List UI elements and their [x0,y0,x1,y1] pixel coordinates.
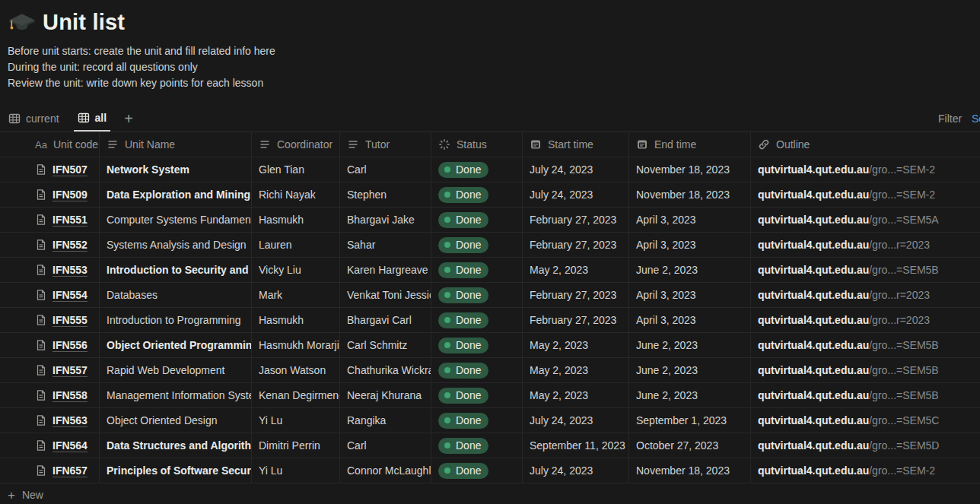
unit-code-cell[interactable]: IFN551 [0,208,100,232]
page-description[interactable]: Before unit starts: create the unit and … [8,43,980,91]
coordinator-cell[interactable]: Hasmukh [252,308,340,332]
new-row-button[interactable]: + New [0,483,980,504]
status-cell[interactable]: Done [431,233,523,257]
unit-name-cell[interactable]: Object Oriented Design [100,408,252,433]
outline-link[interactable]: qutvirtual4.qut.edu.au/gro...=SEM5B [758,364,939,376]
sort-button[interactable]: Sort [972,106,980,131]
unit-code-cell[interactable]: IFN507 [0,157,100,182]
tutor-cell[interactable]: Bhargavi Carl [340,308,431,332]
tutor-cell[interactable]: Bhargavi Jake [340,208,431,232]
start-time-cell[interactable]: May 2, 2023 [523,383,629,407]
coordinator-cell[interactable]: Kenan Degirmenci [252,383,340,407]
status-cell[interactable]: Done [431,458,523,483]
start-time-cell[interactable]: July 24, 2023 [523,458,629,483]
status-cell[interactable]: Done [431,283,523,307]
coordinator-cell[interactable]: Richi Nayak [252,182,340,207]
column-header-unit-code[interactable]: Aa Unit code [0,132,100,157]
unit-code-cell[interactable]: IFN555 [0,308,100,332]
outline-link[interactable]: qutvirtual4.qut.edu.au/gro...=SEM5B [758,339,939,351]
unit-code-cell[interactable]: IFN554 [0,283,100,307]
unit-name-cell[interactable]: Data Exploration and Mining [100,182,252,207]
outline-link[interactable]: qutvirtual4.qut.edu.au/gro...=SEM5B [758,389,939,401]
status-cell[interactable]: Done [431,333,523,357]
start-time-cell[interactable]: February 27, 2023 [523,283,629,307]
outline-link[interactable]: qutvirtual4.qut.edu.au/gro...=SEM-2 [758,163,935,176]
page-title[interactable]: Unit list [43,10,125,35]
unit-code-cell[interactable]: IFN657 [0,458,100,483]
outline-link[interactable]: qutvirtual4.qut.edu.au/gro...r=2023 [758,314,930,326]
end-time-cell[interactable]: November 18, 2023 [629,182,751,207]
unit-code-cell[interactable]: IFN509 [0,182,100,207]
tab-current[interactable]: current [5,106,63,132]
start-time-cell[interactable]: February 27, 2023 [523,208,629,232]
tutor-cell[interactable]: Rangika [340,408,431,433]
status-cell[interactable]: Done [431,157,523,182]
tutor-cell[interactable]: Carl Schmitz [340,333,431,357]
unit-code-cell[interactable]: IFN557 [0,358,100,382]
add-view-button[interactable]: + [121,106,136,132]
coordinator-cell[interactable]: Dimitri Perrin [252,433,340,458]
filter-button[interactable]: Filter [938,106,962,131]
unit-code-cell[interactable]: IFN558 [0,383,100,407]
status-cell[interactable]: Done [431,308,523,332]
outline-link[interactable]: qutvirtual4.qut.edu.au/gro...=SEM5B [758,264,939,276]
outline-cell[interactable]: qutvirtual4.qut.edu.au/gro...=SEM-2 [751,157,980,182]
outline-cell[interactable]: qutvirtual4.qut.edu.au/gro...=SEM5B [751,358,980,382]
end-time-cell[interactable]: April 3, 2023 [629,283,751,307]
column-header-start-time[interactable]: Start time [523,132,629,157]
outline-cell[interactable]: qutvirtual4.qut.edu.au/gro...=SEM5B [751,383,980,407]
unit-name-cell[interactable]: Network System [100,157,252,182]
unit-name-cell[interactable]: Introduction to Programming [100,308,252,332]
unit-code-cell[interactable]: IFN563 [0,408,100,433]
unit-code-cell[interactable]: IFN553 [0,258,100,282]
tutor-cell[interactable]: Venkat Toni Jessica [340,283,431,307]
status-cell[interactable]: Done [431,358,523,382]
coordinator-cell[interactable]: Yi Lu [252,408,340,433]
status-cell[interactable]: Done [431,408,523,433]
coordinator-cell[interactable]: Jason Watson [252,358,340,382]
coordinator-cell[interactable]: Mark [252,283,340,307]
coordinator-cell[interactable]: Vicky Liu [252,258,340,282]
outline-cell[interactable]: qutvirtual4.qut.edu.au/gro...=SEM5A [751,208,980,232]
outline-link[interactable]: qutvirtual4.qut.edu.au/gro...=SEM-2 [758,189,935,201]
coordinator-cell[interactable]: Hasmukh Morarji [252,333,340,357]
description-line[interactable]: Before unit starts: create the unit and … [8,43,980,59]
outline-link[interactable]: qutvirtual4.qut.edu.au/gro...=SEM5D [758,439,939,452]
end-time-cell[interactable]: October 27, 2023 [629,433,751,458]
start-time-cell[interactable]: May 2, 2023 [523,258,629,282]
outline-cell[interactable]: qutvirtual4.qut.edu.au/gro...=SEM5D [751,433,980,458]
tab-all[interactable]: all [74,106,111,132]
unit-code-cell[interactable]: IFN564 [0,433,100,458]
tutor-cell[interactable]: Carl [340,157,431,182]
coordinator-cell[interactable]: Yi Lu [252,458,340,483]
end-time-cell[interactable]: June 2, 2023 [629,258,751,282]
outline-link[interactable]: qutvirtual4.qut.edu.au/gro...r=2023 [758,239,930,251]
tutor-cell[interactable]: Stephen [340,182,431,207]
tutor-cell[interactable]: Carl [340,433,431,458]
description-line[interactable]: During the unit: record all questions on… [8,59,980,75]
unit-code-cell[interactable]: IFN556 [0,333,100,357]
end-time-cell[interactable]: June 2, 2023 [629,383,751,407]
tutor-cell[interactable]: Karen Hargreave [340,258,431,282]
end-time-cell[interactable]: April 3, 2023 [629,233,751,257]
start-time-cell[interactable]: May 2, 2023 [523,333,629,357]
start-time-cell[interactable]: July 24, 2023 [523,157,629,182]
start-time-cell[interactable]: February 27, 2023 [523,308,629,332]
column-header-status[interactable]: Status [431,132,523,157]
unit-name-cell[interactable]: Computer Systems Fundamentals [100,208,252,232]
start-time-cell[interactable]: September 11, 2023 [523,433,629,458]
unit-code-cell[interactable]: IFN552 [0,233,100,257]
start-time-cell[interactable]: July 24, 2023 [523,408,629,433]
end-time-cell[interactable]: September 1, 2023 [629,408,751,433]
unit-name-cell[interactable]: Data Structures and Algorithms [100,433,252,458]
end-time-cell[interactable]: June 2, 2023 [629,358,751,382]
status-cell[interactable]: Done [431,208,523,232]
outline-link[interactable]: qutvirtual4.qut.edu.au/gro...=SEM-2 [758,464,935,477]
unit-name-cell[interactable]: Object Oriented Programming [100,333,252,357]
end-time-cell[interactable]: November 18, 2023 [629,458,751,483]
column-header-outline[interactable]: Outline [751,132,980,157]
status-cell[interactable]: Done [431,383,523,407]
column-header-end-time[interactable]: End time [629,132,751,157]
tutor-cell[interactable]: Sahar [340,233,431,257]
coordinator-cell[interactable]: Glen Tian [252,157,340,182]
